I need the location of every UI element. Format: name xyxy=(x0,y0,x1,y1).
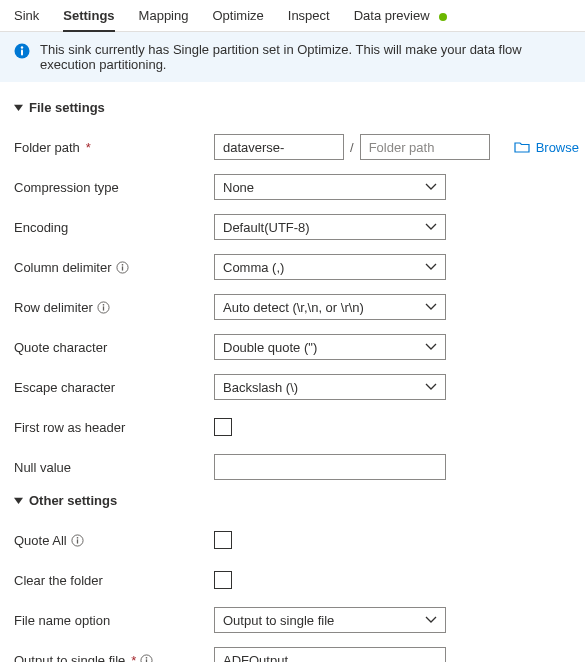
tab-bar: Sink Settings Mapping Optimize Inspect D… xyxy=(0,0,585,32)
label-text: Null value xyxy=(14,460,71,475)
tab-optimize[interactable]: Optimize xyxy=(212,8,263,31)
label-file-name-option: File name option xyxy=(14,613,214,628)
required-asterisk-icon: * xyxy=(131,653,136,663)
null-value-input[interactable] xyxy=(214,454,446,480)
section-file-settings[interactable]: File settings xyxy=(14,100,571,115)
settings-content: File settings Folder path* / Browse Comp… xyxy=(0,82,585,662)
info-banner-text: This sink currently has Single partition… xyxy=(40,42,571,72)
clear-folder-checkbox[interactable] xyxy=(214,571,232,589)
chevron-down-icon xyxy=(425,263,437,271)
info-icon xyxy=(14,43,30,59)
svg-rect-9 xyxy=(103,306,104,310)
chevron-down-icon xyxy=(425,223,437,231)
row-row-delimiter: Row delimiter Auto detect (\r,\n, or \r\… xyxy=(14,293,571,321)
svg-rect-2 xyxy=(21,50,23,56)
svg-rect-6 xyxy=(121,266,122,270)
tab-label: Optimize xyxy=(212,8,263,23)
label-text: Output to single file xyxy=(14,653,125,663)
row-delimiter-select[interactable]: Auto detect (\r,\n, or \r\n) xyxy=(214,294,446,320)
folder-path-input-1[interactable] xyxy=(214,134,344,160)
label-text: Column delimiter xyxy=(14,260,112,275)
section-other-settings[interactable]: Other settings xyxy=(14,493,571,508)
tab-inspect[interactable]: Inspect xyxy=(288,8,330,31)
label-text: Quote character xyxy=(14,340,107,355)
svg-rect-13 xyxy=(77,539,78,543)
row-compression-type: Compression type None xyxy=(14,173,571,201)
label-text: Quote All xyxy=(14,533,67,548)
chevron-down-icon xyxy=(425,383,437,391)
info-icon[interactable] xyxy=(140,654,153,663)
label-clear-folder: Clear the folder xyxy=(14,573,214,588)
label-escape-character: Escape character xyxy=(14,380,214,395)
svg-marker-10 xyxy=(14,498,23,504)
row-quote-all: Quote All xyxy=(14,526,571,554)
encoding-select[interactable]: Default(UTF-8) xyxy=(214,214,446,240)
row-encoding: Encoding Default(UTF-8) xyxy=(14,213,571,241)
svg-point-5 xyxy=(121,263,123,265)
chevron-down-icon xyxy=(425,183,437,191)
label-row-delimiter: Row delimiter xyxy=(14,300,214,315)
tab-label: Sink xyxy=(14,8,39,23)
label-text: Escape character xyxy=(14,380,115,395)
select-value: None xyxy=(223,180,254,195)
chevron-down-icon xyxy=(425,616,437,624)
tab-label: Settings xyxy=(63,8,114,23)
tab-settings[interactable]: Settings xyxy=(63,8,114,31)
svg-point-15 xyxy=(146,656,148,658)
first-row-header-checkbox[interactable] xyxy=(214,418,232,436)
browse-label: Browse xyxy=(536,140,579,155)
label-output-single-file: Output to single file* xyxy=(14,653,214,663)
label-quote-all: Quote All xyxy=(14,533,214,548)
caret-down-icon xyxy=(14,496,23,505)
tab-label: Data preview xyxy=(354,8,430,23)
chevron-down-icon xyxy=(425,303,437,311)
select-value: Double quote (") xyxy=(223,340,317,355)
row-null-value: Null value xyxy=(14,453,571,481)
svg-point-1 xyxy=(21,46,23,48)
label-text: Clear the folder xyxy=(14,573,103,588)
output-single-file-input[interactable] xyxy=(214,647,446,662)
info-icon[interactable] xyxy=(116,261,129,274)
select-value: Output to single file xyxy=(223,613,334,628)
label-column-delimiter: Column delimiter xyxy=(14,260,214,275)
label-null-value: Null value xyxy=(14,460,214,475)
path-separator: / xyxy=(350,140,354,155)
label-text: First row as header xyxy=(14,420,125,435)
label-folder-path: Folder path* xyxy=(14,140,214,155)
file-name-option-select[interactable]: Output to single file xyxy=(214,607,446,633)
tab-sink[interactable]: Sink xyxy=(14,8,39,31)
escape-character-select[interactable]: Backslash (\) xyxy=(214,374,446,400)
row-clear-folder: Clear the folder xyxy=(14,566,571,594)
compression-type-select[interactable]: None xyxy=(214,174,446,200)
section-title: File settings xyxy=(29,100,105,115)
info-icon[interactable] xyxy=(71,534,84,547)
row-output-single-file: Output to single file* xyxy=(14,646,571,662)
label-encoding: Encoding xyxy=(14,220,214,235)
select-value: Default(UTF-8) xyxy=(223,220,310,235)
label-text: File name option xyxy=(14,613,110,628)
folder-path-input-2[interactable] xyxy=(360,134,490,160)
label-text: Folder path xyxy=(14,140,80,155)
tab-label: Inspect xyxy=(288,8,330,23)
info-banner: This sink currently has Single partition… xyxy=(0,32,585,82)
tab-mapping[interactable]: Mapping xyxy=(139,8,189,31)
required-asterisk-icon: * xyxy=(86,140,91,155)
column-delimiter-select[interactable]: Comma (,) xyxy=(214,254,446,280)
info-icon[interactable] xyxy=(97,301,110,314)
svg-point-8 xyxy=(102,303,104,305)
row-column-delimiter: Column delimiter Comma (,) xyxy=(14,253,571,281)
browse-button[interactable]: Browse xyxy=(514,140,579,155)
svg-marker-3 xyxy=(14,105,23,111)
caret-down-icon xyxy=(14,103,23,112)
tab-data-preview[interactable]: Data preview xyxy=(354,8,448,31)
row-quote-character: Quote character Double quote (") xyxy=(14,333,571,361)
label-text: Compression type xyxy=(14,180,119,195)
label-quote-character: Quote character xyxy=(14,340,214,355)
label-compression-type: Compression type xyxy=(14,180,214,195)
quote-all-checkbox[interactable] xyxy=(214,531,232,549)
svg-point-12 xyxy=(76,536,78,538)
folder-icon xyxy=(514,140,530,154)
row-folder-path: Folder path* / Browse xyxy=(14,133,571,161)
chevron-down-icon xyxy=(425,343,437,351)
quote-character-select[interactable]: Double quote (") xyxy=(214,334,446,360)
